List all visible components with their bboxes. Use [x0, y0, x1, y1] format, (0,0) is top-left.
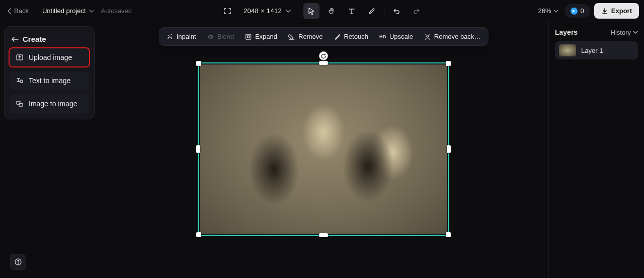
resize-handle-bl[interactable] [196, 232, 201, 237]
text-tool-button[interactable] [344, 3, 360, 19]
image-to-image-icon [16, 100, 24, 108]
workspace: Create Upload image Text to image Image … [0, 22, 644, 278]
text-to-image-icon [16, 77, 24, 85]
svg-rect-11 [248, 36, 250, 38]
divider [384, 6, 384, 16]
zoom-dropdown[interactable]: 26% [536, 7, 560, 15]
ctx-label: Upscale [389, 33, 413, 40]
context-toolbar: Inpaint Blend Expand Remove Retouch HD U… [159, 27, 489, 46]
top-bar: Back Untitled project Autosaved 2048 × 1… [0, 0, 644, 22]
chevron-down-icon [553, 9, 558, 14]
help-icon [14, 258, 22, 266]
back-button[interactable]: Back [5, 5, 31, 17]
ctx-retouch[interactable]: Retouch [329, 30, 373, 43]
undo-button[interactable] [388, 3, 405, 19]
autosaved-status: Autosaved [101, 7, 132, 15]
ctx-expand[interactable]: Expand [240, 30, 282, 43]
layer-item[interactable]: Layer 1 [555, 41, 638, 59]
history-label: History [611, 29, 631, 36]
chevron-down-icon [89, 9, 94, 14]
back-label: Back [14, 7, 29, 15]
ctx-inpaint[interactable]: Inpaint [162, 30, 201, 43]
create-title-row: Create [10, 32, 89, 48]
resize-handle-mt[interactable] [319, 61, 328, 65]
credits-count: 0 [581, 7, 584, 15]
resize-handle-ml[interactable] [196, 145, 200, 153]
divider [35, 6, 35, 16]
export-label: Export [611, 7, 632, 15]
credits-pill[interactable]: 0 [565, 4, 590, 18]
history-dropdown[interactable]: History [611, 29, 638, 36]
sidebar-item-label: Image to image [29, 100, 77, 108]
resize-handle-mr[interactable] [447, 145, 451, 153]
layers-header: Layers History [555, 28, 638, 36]
resize-handle-br[interactable] [446, 232, 451, 237]
hand-tool-button[interactable] [324, 3, 340, 19]
layers-title: Layers [555, 28, 578, 36]
layers-panel: Layers History Layer 1 [548, 22, 644, 278]
ctx-remove-background[interactable]: Remove back… [419, 30, 486, 43]
left-panel: Create Upload image Text to image Image … [0, 22, 99, 278]
resize-handle-mb[interactable] [319, 233, 328, 237]
zoom-label: 26% [538, 7, 551, 15]
ctx-remove[interactable]: Remove [283, 30, 328, 43]
svg-rect-10 [246, 34, 251, 39]
retouch-icon [334, 33, 341, 40]
sidebar-item-image-to-image[interactable]: Image to image [10, 95, 89, 113]
canvas-image[interactable] [200, 64, 447, 234]
svg-point-7 [171, 34, 172, 35]
canvas-size-dropdown[interactable]: 2048 × 1412 [239, 5, 295, 17]
ctx-blend: Blend [202, 30, 239, 43]
back-arrow-icon[interactable] [12, 36, 19, 42]
project-name-dropdown[interactable]: Untitled project [39, 5, 97, 17]
ctx-label: Blend [217, 33, 234, 40]
create-card: Create Upload image Text to image Image … [4, 26, 95, 119]
layer-name: Layer 1 [581, 47, 603, 54]
redo-button[interactable] [409, 3, 425, 19]
ctx-label: Retouch [344, 33, 368, 40]
sidebar-item-label: Text to image [29, 77, 70, 85]
create-title: Create [23, 35, 46, 43]
topbar-center: 2048 × 1412 [219, 3, 425, 19]
selection-frame[interactable] [198, 62, 449, 236]
upload-image-icon [16, 53, 24, 61]
fit-canvas-button[interactable] [219, 3, 235, 19]
ctx-label: Expand [255, 33, 277, 40]
resize-handle-tr[interactable] [446, 61, 451, 66]
ctx-upscale[interactable]: HD Upscale [374, 30, 418, 43]
export-button[interactable]: Export [594, 3, 639, 19]
inpaint-icon [167, 33, 174, 40]
resize-handle-tl[interactable] [196, 61, 201, 66]
sidebar-item-label: Upload image [29, 53, 72, 61]
remove-icon [288, 33, 295, 40]
download-icon [601, 8, 608, 15]
svg-point-12 [427, 35, 429, 37]
topbar-left: Back Untitled project Autosaved [5, 5, 132, 17]
sidebar-item-upload-image[interactable]: Upload image [10, 48, 89, 66]
ctx-label: Remove [298, 33, 323, 40]
help-button[interactable] [10, 254, 26, 270]
cursor-tool-button[interactable] [303, 3, 319, 19]
svg-rect-2 [17, 101, 20, 104]
upscale-icon: HD [379, 34, 386, 39]
svg-point-6 [168, 35, 169, 36]
svg-point-5 [18, 263, 19, 264]
expand-icon [245, 33, 252, 40]
topbar-right: 26% 0 Export [536, 3, 639, 19]
chevron-down-icon [286, 9, 291, 14]
brush-tool-button[interactable] [364, 3, 380, 19]
canvas-selection[interactable] [198, 62, 449, 236]
ctx-label: Inpaint [177, 33, 196, 40]
blend-icon [207, 33, 214, 40]
divider [299, 6, 299, 16]
remove-bg-icon [424, 33, 431, 40]
canvas-dimensions: 2048 × 1412 [244, 7, 282, 15]
layer-thumbnail [559, 44, 576, 56]
svg-rect-3 [19, 103, 23, 106]
rotate-handle[interactable] [319, 51, 328, 60]
svg-rect-1 [20, 80, 23, 83]
chevron-left-icon [7, 8, 12, 14]
sidebar-item-text-to-image[interactable]: Text to image [10, 72, 89, 90]
credits-icon [571, 8, 578, 15]
canvas-area[interactable]: Inpaint Blend Expand Remove Retouch HD U… [99, 22, 548, 278]
